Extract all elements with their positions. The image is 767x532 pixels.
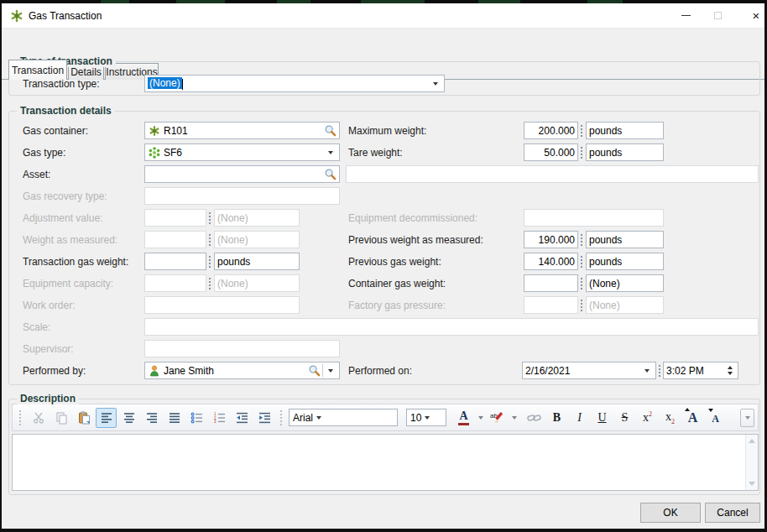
chevron-down-icon xyxy=(425,416,430,420)
minimize-button[interactable] xyxy=(672,3,699,28)
performed-on-label: Performed on: xyxy=(348,365,412,377)
transaction-gas-weight-field[interactable] xyxy=(144,253,206,270)
transaction-type-combobox[interactable]: (None) xyxy=(144,75,445,92)
highlight-dropdown-button[interactable] xyxy=(509,408,519,428)
toolbar-grip[interactable] xyxy=(19,410,23,425)
factory-gas-pressure-label: Factory gas pressure: xyxy=(348,300,446,311)
previous-weight-as-measured-unit-field[interactable]: pounds xyxy=(586,231,664,248)
previous-gas-weight-value: 140.000 xyxy=(527,256,575,268)
previous-gas-weight-spinner[interactable] xyxy=(581,256,582,268)
bullet-list-button[interactable] xyxy=(186,408,207,428)
spin-up-icon xyxy=(728,366,733,369)
performed-by-combobox[interactable]: Jane Smith xyxy=(144,362,340,379)
weight-as-measured-unit: (None) xyxy=(217,234,296,246)
previous-weight-as-measured-field[interactable]: 190.000 xyxy=(524,231,578,248)
search-icon[interactable] xyxy=(324,168,337,180)
bold-button[interactable]: B xyxy=(546,408,567,428)
time-up-down-spinner[interactable] xyxy=(725,362,735,378)
container-gas-weight-spinner[interactable] xyxy=(581,278,582,289)
maximum-weight-spinner[interactable] xyxy=(581,125,582,137)
transaction-type-dropdown-button[interactable] xyxy=(430,76,441,91)
description-textarea[interactable] xyxy=(12,434,759,491)
font-size-combobox[interactable]: 10 xyxy=(406,409,446,426)
cut-button xyxy=(28,408,49,428)
numbered-list-button[interactable]: 123 xyxy=(209,408,230,428)
align-right-button[interactable] xyxy=(141,408,162,428)
previous-gas-weight-unit-field[interactable]: pounds xyxy=(586,253,664,270)
transaction-type-label: Transaction type: xyxy=(23,78,100,90)
performed-on-date-picker[interactable]: 2/16/2021 xyxy=(522,362,656,379)
transaction-type-value: (None) xyxy=(148,77,183,89)
shrink-font-button[interactable]: A xyxy=(705,408,726,428)
underline-button[interactable]: U xyxy=(592,408,613,428)
search-icon[interactable] xyxy=(324,124,337,137)
font-color-dropdown-button[interactable] xyxy=(476,408,485,428)
description-scrollbar[interactable] xyxy=(745,435,758,490)
grow-font-button[interactable]: A xyxy=(682,408,703,428)
close-icon: × xyxy=(753,8,760,23)
close-button[interactable]: × xyxy=(743,3,764,28)
gas-container-app-icon xyxy=(10,9,23,23)
maximum-weight-unit-field[interactable]: pounds xyxy=(586,122,664,139)
transaction-gas-weight-spinner[interactable] xyxy=(209,256,211,268)
previous-gas-weight-field[interactable]: 140.000 xyxy=(524,253,578,270)
maximize-button[interactable] xyxy=(704,3,731,28)
italic-button[interactable]: I xyxy=(569,408,590,428)
scale-label: Scale: xyxy=(23,321,50,333)
description-caption: Description xyxy=(17,393,79,404)
gas-container-field[interactable]: R101 xyxy=(144,122,340,139)
gas-type-combobox[interactable]: SF6 xyxy=(144,143,340,161)
equipment-capacity-field xyxy=(144,274,206,292)
increase-indent-button[interactable] xyxy=(254,408,275,428)
maximum-weight-value: 200.000 xyxy=(527,125,575,137)
tab-transaction[interactable]: Transaction xyxy=(8,60,67,80)
transaction-gas-weight-unit-field[interactable]: pounds xyxy=(214,253,300,270)
font-name-dropdown-button[interactable] xyxy=(313,409,325,425)
toolbar-grip[interactable] xyxy=(280,410,284,425)
adjustment-value-label: Adjustment value: xyxy=(23,212,102,224)
container-gas-weight-unit-field[interactable]: (None) xyxy=(586,274,664,292)
previous-weight-as-measured-spinner[interactable] xyxy=(581,234,582,246)
ok-button[interactable]: OK xyxy=(640,503,701,523)
gas-type-dropdown-button[interactable] xyxy=(325,144,337,160)
font-name-combobox[interactable]: Arial xyxy=(289,409,398,426)
subscript-button[interactable]: x2 xyxy=(660,408,681,428)
align-center-icon xyxy=(123,412,135,424)
separator xyxy=(322,364,323,377)
align-center-button[interactable] xyxy=(118,408,139,428)
grow-font-glyph: A xyxy=(688,410,698,425)
container-gas-weight-field[interactable] xyxy=(524,274,578,292)
superscript-button[interactable]: x2 xyxy=(637,408,658,428)
tab-strip: Transaction Details Instructions xyxy=(2,29,764,54)
font-size-dropdown-button[interactable] xyxy=(421,409,433,425)
decrease-indent-button[interactable] xyxy=(232,408,253,428)
tare-weight-unit-field[interactable]: pounds xyxy=(586,143,664,161)
performed-by-dropdown-button[interactable] xyxy=(325,362,337,378)
maximum-weight-field[interactable]: 200.000 xyxy=(524,122,578,139)
title-bar[interactable]: Gas Transaction × xyxy=(2,3,764,29)
cancel-button[interactable]: Cancel xyxy=(705,503,760,523)
asset-field[interactable] xyxy=(144,165,340,183)
strikethrough-button[interactable]: S xyxy=(614,408,635,428)
toolbar-overflow-button[interactable] xyxy=(740,409,754,427)
tare-weight-spinner[interactable] xyxy=(581,147,582,159)
link-icon xyxy=(527,413,541,423)
equipment-capacity-unit: (None) xyxy=(217,278,296,289)
time-spinner-dots[interactable] xyxy=(659,365,660,377)
search-icon[interactable] xyxy=(308,364,321,377)
tare-weight-field[interactable]: 50.000 xyxy=(524,143,578,161)
date-dropdown-button[interactable] xyxy=(641,362,653,378)
container-gas-weight-label: Container gas weight: xyxy=(348,278,446,289)
highlight-color-button[interactable]: ab xyxy=(487,408,508,428)
font-color-button[interactable]: A xyxy=(453,408,474,428)
previous-gas-weight-label: Previous gas weight: xyxy=(348,256,441,268)
align-left-button[interactable] xyxy=(96,408,117,428)
strikethrough-glyph: S xyxy=(622,411,629,425)
justify-button[interactable] xyxy=(164,408,185,428)
gas-container-label: Gas container: xyxy=(23,125,88,137)
scroll-down-icon xyxy=(749,482,755,486)
paste-button[interactable] xyxy=(73,408,94,428)
previous-weight-as-measured-label: Previous weight as measured: xyxy=(348,234,483,246)
performed-on-time-editor[interactable]: 3:02 PM xyxy=(663,362,738,379)
person-icon xyxy=(148,364,161,378)
